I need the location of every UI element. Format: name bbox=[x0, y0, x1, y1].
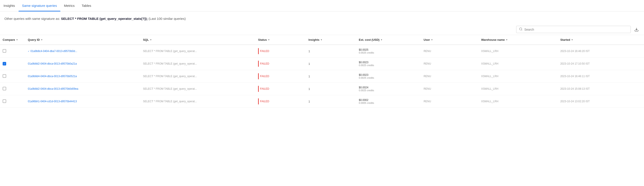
query-id-text: 01a9b8d4-0404-dbca-0013-d9570b0521a bbox=[28, 75, 77, 78]
col-header-user[interactable]: User ▼ bbox=[421, 35, 478, 45]
query-id-text: 01a96bh1-0404-cd1d-0013-d9570b44413 bbox=[28, 100, 77, 103]
status-bar bbox=[258, 48, 259, 54]
col-header-compare[interactable]: Compare ▼ bbox=[0, 35, 25, 45]
data-table: Compare ▼ Query ID ▼ SQL ▼ bbox=[0, 35, 644, 108]
cost-sub: 0.0025 credits bbox=[359, 51, 418, 54]
warehouse-cell: XSMALL_LRH bbox=[478, 70, 558, 83]
sort-icon-status: ▼ bbox=[268, 38, 270, 41]
cost-main: $0.0023 bbox=[359, 61, 418, 64]
user-cell: RENU bbox=[421, 45, 478, 58]
user-cell: RENU bbox=[421, 95, 478, 108]
compare-checkbox[interactable] bbox=[3, 62, 6, 66]
cost-cell: $0.00230.0025 credits bbox=[356, 58, 421, 70]
sort-icon-started: ▼ bbox=[571, 38, 573, 41]
status-text: FAILED bbox=[260, 75, 269, 78]
cost-sub: 0.0025 credits bbox=[359, 64, 418, 66]
warehouse-cell: XSMALL_LRH bbox=[478, 58, 558, 70]
status-bar bbox=[258, 60, 259, 67]
col-header-query-id[interactable]: Query ID ▼ bbox=[25, 35, 140, 45]
download-button[interactable] bbox=[634, 26, 640, 32]
status-text: FAILED bbox=[260, 100, 269, 103]
compare-checkbox[interactable] bbox=[3, 49, 6, 53]
warehouse-cell: XSMALL_LRH bbox=[478, 83, 558, 95]
description-prefix: Other queries with same signature as: bbox=[4, 17, 60, 20]
query-id-text: 01a9b8d2-0404-dbca-0013-d9570b0a21a bbox=[28, 62, 77, 65]
user-cell: RENU bbox=[421, 70, 478, 83]
cost-main: $0.0024 bbox=[359, 86, 418, 89]
description-suffix: (Last 100 similar queries) bbox=[148, 17, 186, 20]
compare-checkbox[interactable] bbox=[3, 74, 6, 78]
insights-cell: 1 bbox=[306, 95, 356, 108]
search-input[interactable] bbox=[524, 28, 628, 31]
user-cell: RENU bbox=[421, 83, 478, 95]
cost-cell: $0.00250.0025 credits bbox=[356, 45, 421, 58]
status-text: FAILED bbox=[260, 62, 269, 65]
col-header-warehouse[interactable]: Warehouse name ▼ bbox=[478, 35, 558, 45]
cost-main: $0.0002 bbox=[359, 98, 418, 102]
insights-count: 1 bbox=[308, 75, 310, 78]
query-id-link[interactable]: 01a9b8d2-0404-dbca-0013-d9570b0d09ea bbox=[28, 87, 138, 90]
insights-cell: 1 bbox=[306, 45, 356, 58]
col-header-insights[interactable]: Insights ▼ bbox=[306, 35, 356, 45]
warehouse-cell: XSMALL_LRH bbox=[478, 45, 558, 58]
status-cell: FAILED bbox=[256, 95, 306, 108]
sort-icon-warehouse: ▼ bbox=[506, 38, 508, 41]
table-header-row: Compare ▼ Query ID ▼ SQL ▼ bbox=[0, 35, 644, 45]
insights-count: 1 bbox=[308, 100, 310, 103]
cost-sub: 0.0025 credits bbox=[359, 76, 418, 79]
cost-main: $0.0025 bbox=[359, 48, 418, 51]
col-header-est-cost[interactable]: Est. cost (USD) ▼ bbox=[356, 35, 421, 45]
sql-cell: SELECT * FROM TABLE (get_query_operat... bbox=[140, 70, 256, 83]
sort-icon-user: ▼ bbox=[431, 38, 433, 41]
compare-checkbox[interactable] bbox=[3, 87, 6, 90]
started-cell: 2023-10-24 16:46:20 IST bbox=[558, 45, 644, 58]
cost-sub: 0.0025 credits bbox=[359, 89, 418, 92]
status-cell: FAILED bbox=[256, 83, 306, 95]
started-cell: 2023-10-24 17:10:50 IST bbox=[558, 58, 644, 70]
search-box[interactable] bbox=[516, 26, 631, 33]
query-id-link[interactable]: 01a96bh1-0404-cd1d-0013-d9570b44413 bbox=[28, 100, 138, 103]
col-header-sql[interactable]: SQL ▼ bbox=[140, 35, 256, 45]
cost-sub: 0.0005 credits bbox=[359, 102, 418, 104]
table-row: 01a9b8d4-0404-dbca-0013-d9570b0521aSELEC… bbox=[0, 70, 644, 83]
table-row: 01a9b8d2-0404-dbca-0013-d9570b0a21aSELEC… bbox=[0, 58, 644, 70]
query-id-text: 01a9b8c4-0404-dba7-0013-d9570b0d... bbox=[30, 50, 77, 53]
query-id-link[interactable]: 01a9b8d4-0404-dbca-0013-d9570b0521a bbox=[28, 75, 138, 78]
query-id-link[interactable]: 01a9b8d2-0404-dbca-0013-d9570b0a21a bbox=[28, 62, 138, 65]
sql-cell: SELECT * FROM TABLE (get_query_operat... bbox=[140, 45, 256, 58]
col-header-started[interactable]: Started ▼ bbox=[558, 35, 644, 45]
sort-icon-compare: ▼ bbox=[16, 38, 18, 41]
tab-metrics[interactable]: Metrics bbox=[60, 0, 78, 12]
sort-icon-query-id: ▼ bbox=[40, 38, 43, 41]
query-id-link[interactable]: ✓01a9b8c4-0404-dba7-0013-d9570b0d... bbox=[28, 50, 138, 53]
sql-cell: SELECT * FROM TABLE (get_query_operat... bbox=[140, 58, 256, 70]
tab-tables[interactable]: Tables bbox=[78, 0, 94, 12]
table-row: ✓01a9b8c4-0404-dba7-0013-d9570b0d...SELE… bbox=[0, 45, 644, 58]
cost-cell: $0.00020.0005 credits bbox=[356, 95, 421, 108]
query-id-text: 01a9b8d2-0404-dbca-0013-d9570b0d09ea bbox=[28, 87, 78, 90]
description-row: Other queries with same signature as: SE… bbox=[0, 12, 644, 24]
search-icon bbox=[519, 27, 522, 32]
insights-count: 1 bbox=[308, 87, 310, 90]
current-query-indicator: ✓ bbox=[28, 50, 30, 52]
tab-same-signature[interactable]: Same signature queries bbox=[18, 0, 60, 12]
col-header-status[interactable]: Status ▼ bbox=[256, 35, 306, 45]
status-cell: FAILED bbox=[256, 70, 306, 83]
tab-insights[interactable]: Insights bbox=[4, 0, 18, 12]
sort-icon-sql: ▼ bbox=[150, 38, 152, 41]
cost-cell: $0.00240.0025 credits bbox=[356, 83, 421, 95]
status-bar bbox=[258, 86, 259, 92]
insights-cell: 1 bbox=[306, 70, 356, 83]
status-cell: FAILED bbox=[256, 58, 306, 70]
toolbar bbox=[0, 24, 644, 35]
status-text: FAILED bbox=[260, 50, 269, 53]
sql-cell: SELECT * FROM TABLE (get_query_operat... bbox=[140, 95, 256, 108]
compare-checkbox[interactable] bbox=[3, 100, 6, 103]
table-row: 01a96bh1-0404-cd1d-0013-d9570b44413SELEC… bbox=[0, 95, 644, 108]
started-cell: 2023-10-24 16:46:11 IST bbox=[558, 70, 644, 83]
description-sql: SELECT * FROM TABLE (get_query_operator_… bbox=[61, 17, 148, 20]
status-bar bbox=[258, 73, 259, 79]
status-cell: FAILED bbox=[256, 45, 306, 58]
cost-cell: $0.00230.0025 credits bbox=[356, 70, 421, 83]
cost-main: $0.0023 bbox=[359, 74, 418, 76]
